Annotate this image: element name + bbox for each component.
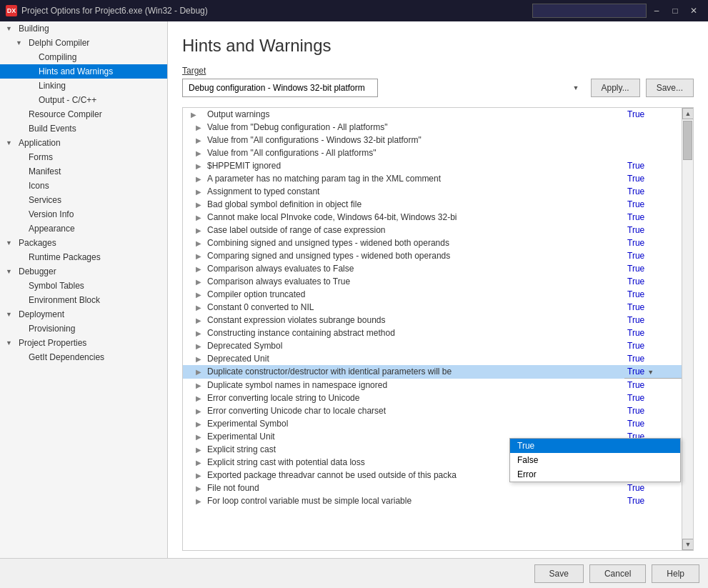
table-row[interactable]: ▶Value from "All configurations - All pl…: [183, 146, 682, 159]
sidebar-item-linking[interactable]: Linking: [0, 79, 167, 93]
sidebar-item-forms[interactable]: Forms: [0, 150, 167, 164]
row-value-comparison-false[interactable]: True: [624, 262, 682, 275]
table-row[interactable]: ▶Constructing instance containing abstra…: [183, 327, 682, 339]
sidebar-item-compiling[interactable]: Compiling: [0, 50, 167, 64]
row-value-val-all-all[interactable]: [624, 146, 682, 159]
table-row[interactable]: ▶$HPPEMIT ignoredTrue: [183, 159, 682, 172]
apply-button[interactable]: Apply...: [591, 79, 640, 97]
sidebar-item-debugger[interactable]: ▼Debugger: [0, 264, 167, 279]
row-value-shppemit[interactable]: True: [624, 159, 682, 172]
minimize-button[interactable]: –: [648, 4, 665, 18]
table-row[interactable]: ▶Value from "Debug configuration - All p…: [183, 121, 682, 134]
sidebar-item-project-properties[interactable]: ▼Project Properties: [0, 336, 167, 350]
table-row[interactable]: ▶A parameter has no matching param tag i…: [183, 172, 682, 185]
dropdown-option-true[interactable]: True: [510, 439, 680, 453]
table-row[interactable]: ▶Case label outside of range of case exp…: [183, 224, 682, 236]
row-name-comparing-signed: Comparing signed and unsigned types - wi…: [204, 249, 624, 262]
row-value-duplicate-constructor[interactable]: True▼: [624, 365, 682, 379]
row-value-val-all-win32[interactable]: [624, 134, 682, 146]
sidebar-item-appearance[interactable]: Appearance: [0, 221, 167, 236]
maximize-button[interactable]: □: [667, 4, 684, 18]
row-value-combining-signed[interactable]: True: [624, 236, 682, 249]
sidebar-item-resource-compiler[interactable]: Resource Compiler: [0, 107, 167, 121]
title-search-input[interactable]: [532, 4, 647, 18]
scroll-thumb[interactable]: [683, 121, 692, 160]
table-row[interactable]: ▶Error converting Unicode char to locale…: [183, 404, 682, 417]
scroll-up-button[interactable]: ▲: [682, 108, 694, 119]
table-row[interactable]: ▶Compiler option truncatedTrue: [183, 288, 682, 301]
row-value-cannot-make-local[interactable]: True: [624, 211, 682, 224]
row-value-compiler-truncated[interactable]: True: [624, 288, 682, 301]
table-row[interactable]: ▶Deprecated UnitTrue: [183, 352, 682, 365]
table-row[interactable]: ▶Assignment to typed constantTrue: [183, 185, 682, 198]
row-value-constructing-abstract[interactable]: True: [624, 327, 682, 339]
table-row[interactable]: ▶Comparison always evaluates to FalseTru…: [183, 262, 682, 275]
row-value-constant-nil[interactable]: True: [624, 301, 682, 314]
row-value-experimental-symbol[interactable]: True: [624, 417, 682, 430]
row-value-error-converting-locale[interactable]: True: [624, 392, 682, 404]
sidebar-item-version-info[interactable]: Version Info: [0, 207, 167, 221]
row-value-output-warnings[interactable]: True: [624, 108, 682, 121]
table-row[interactable]: ▶For loop control variable must be simpl…: [183, 494, 682, 507]
sidebar-item-hints-and-warnings[interactable]: Hints and Warnings: [0, 64, 167, 79]
row-value-assignment-typed[interactable]: True: [624, 185, 682, 198]
sidebar-item-environment-block[interactable]: Environment Block: [0, 293, 167, 307]
table-row[interactable]: ▶Bad global symbol definition in object …: [183, 198, 682, 211]
sidebar-item-icons[interactable]: Icons: [0, 179, 167, 193]
sidebar-item-symbol-tables[interactable]: Symbol Tables: [0, 279, 167, 293]
table-row[interactable]: ▶Constant expression violates subrange b…: [183, 314, 682, 327]
row-value-comparing-signed[interactable]: True: [624, 249, 682, 262]
sidebar-item-packages[interactable]: ▼Packages: [0, 236, 167, 250]
row-expand-constructing-abstract: ▶: [183, 327, 204, 339]
save-button[interactable]: Save: [534, 564, 584, 583]
sidebar-item-runtime-packages[interactable]: Runtime Packages: [0, 250, 167, 264]
table-row[interactable]: ▶File not foundTrue: [183, 482, 682, 494]
sidebar-item-manifest[interactable]: Manifest: [0, 164, 167, 179]
table-row[interactable]: ▶Value from "All configurations - Window…: [183, 134, 682, 146]
table-row[interactable]: ▶Cannot make local PInvoke code, Windows…: [183, 211, 682, 224]
page-title: Hints and Warnings: [182, 36, 694, 56]
sidebar-item-output-cpp[interactable]: Output - C/C++: [0, 93, 167, 107]
sidebar-item-building[interactable]: ▼Building: [0, 21, 167, 36]
sidebar-item-getit-dependencies[interactable]: GetIt Dependencies: [0, 350, 167, 364]
table-row[interactable]: ▶Duplicate symbol names in namespace ign…: [183, 379, 682, 392]
table-row[interactable]: ▶Comparison always evaluates to TrueTrue: [183, 275, 682, 288]
help-button[interactable]: Help: [652, 564, 699, 583]
target-select[interactable]: Debug configuration - Windows 32-bit pla…: [182, 79, 378, 97]
save-target-button[interactable]: Save...: [646, 79, 694, 97]
sidebar-item-application[interactable]: ▼Application: [0, 136, 167, 150]
table-row[interactable]: ▶Combining signed and unsigned types - w…: [183, 236, 682, 249]
sidebar-item-services[interactable]: Services: [0, 193, 167, 207]
sidebar-item-delphi-compiler[interactable]: ▼Delphi Compiler: [0, 36, 167, 50]
table-row[interactable]: ▶Duplicate constructor/destructor with i…: [183, 365, 682, 379]
row-value-constant-subrange[interactable]: True: [624, 314, 682, 327]
row-value-bad-global-symbol[interactable]: True: [624, 198, 682, 211]
row-value-file-not-found[interactable]: True: [624, 482, 682, 494]
row-value-error-converting-unicode[interactable]: True: [624, 404, 682, 417]
row-value-param-tag[interactable]: True: [624, 172, 682, 185]
row-name-file-not-found: File not found: [204, 482, 624, 494]
sidebar-item-build-events[interactable]: Build Events: [0, 121, 167, 136]
row-value-duplicate-symbol[interactable]: True: [624, 379, 682, 392]
scroll-down-button[interactable]: ▼: [682, 539, 694, 550]
table-row[interactable]: ▶Comparing signed and unsigned types - w…: [183, 249, 682, 262]
cancel-button[interactable]: Cancel: [589, 564, 646, 583]
row-value-case-label[interactable]: True: [624, 224, 682, 236]
row-value-val-debug-all[interactable]: [624, 121, 682, 134]
app-icon: DX: [6, 5, 17, 16]
close-button[interactable]: ✕: [685, 4, 702, 18]
table-row[interactable]: ▶Deprecated SymbolTrue: [183, 339, 682, 352]
dropdown-option-error[interactable]: Error: [510, 467, 680, 482]
table-row[interactable]: ▶Experimental SymbolTrue: [183, 417, 682, 430]
dropdown-option-false[interactable]: False: [510, 453, 680, 467]
sidebar-item-deployment[interactable]: ▼Deployment: [0, 307, 167, 322]
sidebar-item-provisioning[interactable]: Provisioning: [0, 322, 167, 336]
row-value-deprecated-symbol[interactable]: True: [624, 339, 682, 352]
row-value-deprecated-unit[interactable]: True: [624, 352, 682, 365]
table-row[interactable]: ▶Error converting locale string to Unico…: [183, 392, 682, 404]
row-value-comparison-true[interactable]: True: [624, 275, 682, 288]
row-value-for-loop[interactable]: True: [624, 494, 682, 507]
table-row[interactable]: ▶Output warningsTrue: [183, 108, 682, 121]
table-inner[interactable]: ▶Output warningsTrue▶Value from "Debug c…: [183, 108, 682, 550]
table-row[interactable]: ▶Constant 0 converted to NILTrue: [183, 301, 682, 314]
